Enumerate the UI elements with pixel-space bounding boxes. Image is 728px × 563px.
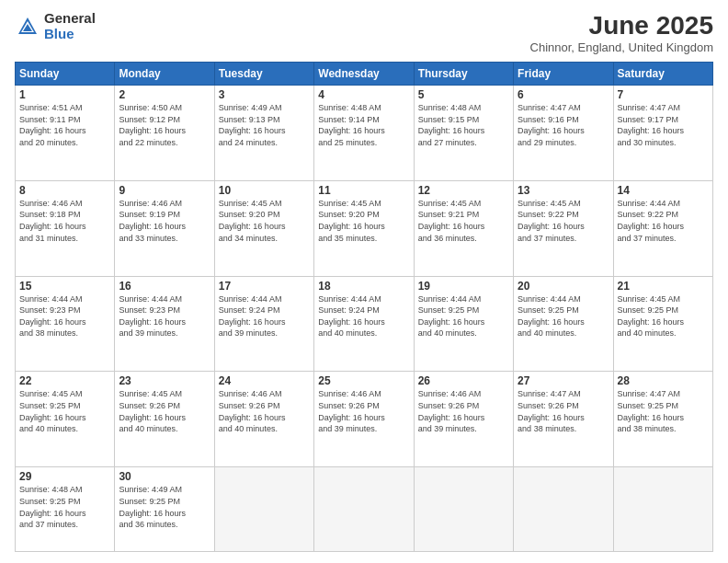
table-row: 5Sunrise: 4:48 AM Sunset: 9:15 PM Daylig… bbox=[414, 86, 513, 181]
day-number: 15 bbox=[19, 280, 110, 293]
table-row: 13Sunrise: 4:45 AM Sunset: 9:22 PM Dayli… bbox=[514, 180, 613, 276]
day-info: Sunrise: 4:47 AM Sunset: 9:16 PM Dayligh… bbox=[518, 102, 609, 148]
calendar-table: Sunday Monday Tuesday Wednesday Thursday… bbox=[15, 62, 713, 552]
day-info: Sunrise: 4:45 AM Sunset: 9:25 PM Dayligh… bbox=[618, 293, 709, 339]
logo: General Blue bbox=[15, 11, 96, 41]
location: Chinnor, England, United Kingdom bbox=[530, 40, 713, 54]
col-wednesday: Wednesday bbox=[314, 63, 414, 86]
day-info: Sunrise: 4:51 AM Sunset: 9:11 PM Dayligh… bbox=[19, 102, 110, 148]
day-number: 22 bbox=[19, 374, 110, 387]
day-number: 18 bbox=[318, 280, 409, 293]
table-row: 29Sunrise: 4:48 AM Sunset: 9:25 PM Dayli… bbox=[16, 467, 115, 552]
day-info: Sunrise: 4:46 AM Sunset: 9:26 PM Dayligh… bbox=[219, 388, 310, 434]
title-block: June 2025 Chinnor, England, United Kingd… bbox=[530, 11, 713, 54]
day-number: 13 bbox=[518, 184, 609, 197]
table-row: 12Sunrise: 4:45 AM Sunset: 9:21 PM Dayli… bbox=[414, 180, 513, 276]
logo-text: General Blue bbox=[44, 11, 96, 41]
table-row: 20Sunrise: 4:44 AM Sunset: 9:25 PM Dayli… bbox=[514, 276, 613, 372]
day-info: Sunrise: 4:46 AM Sunset: 9:19 PM Dayligh… bbox=[119, 198, 210, 244]
day-number: 12 bbox=[418, 184, 509, 197]
table-row bbox=[514, 467, 613, 552]
table-row: 30Sunrise: 4:49 AM Sunset: 9:25 PM Dayli… bbox=[115, 467, 214, 552]
day-number: 2 bbox=[119, 88, 210, 101]
table-row: 15Sunrise: 4:44 AM Sunset: 9:23 PM Dayli… bbox=[16, 276, 115, 372]
day-number: 16 bbox=[119, 280, 210, 293]
day-number: 21 bbox=[618, 280, 709, 293]
col-saturday: Saturday bbox=[613, 63, 712, 86]
table-row: 2Sunrise: 4:50 AM Sunset: 9:12 PM Daylig… bbox=[115, 86, 214, 181]
table-row: 19Sunrise: 4:44 AM Sunset: 9:25 PM Dayli… bbox=[414, 276, 513, 372]
day-info: Sunrise: 4:44 AM Sunset: 9:25 PM Dayligh… bbox=[518, 293, 609, 339]
calendar-week-row: 8Sunrise: 4:46 AM Sunset: 9:18 PM Daylig… bbox=[16, 180, 713, 276]
day-info: Sunrise: 4:44 AM Sunset: 9:24 PM Dayligh… bbox=[219, 293, 310, 339]
header: General Blue June 2025 Chinnor, England,… bbox=[15, 11, 713, 54]
table-row: 21Sunrise: 4:45 AM Sunset: 9:25 PM Dayli… bbox=[613, 276, 712, 372]
day-number: 8 bbox=[19, 184, 110, 197]
day-info: Sunrise: 4:44 AM Sunset: 9:25 PM Dayligh… bbox=[418, 293, 509, 339]
page: General Blue June 2025 Chinnor, England,… bbox=[0, 0, 728, 563]
table-row: 14Sunrise: 4:44 AM Sunset: 9:22 PM Dayli… bbox=[613, 180, 712, 276]
day-info: Sunrise: 4:49 AM Sunset: 9:25 PM Dayligh… bbox=[119, 484, 210, 530]
table-row: 26Sunrise: 4:46 AM Sunset: 9:26 PM Dayli… bbox=[414, 372, 513, 467]
day-number: 23 bbox=[119, 374, 210, 387]
day-number: 10 bbox=[219, 184, 310, 197]
day-number: 7 bbox=[618, 88, 709, 101]
table-row: 16Sunrise: 4:44 AM Sunset: 9:23 PM Dayli… bbox=[115, 276, 214, 372]
table-row: 11Sunrise: 4:45 AM Sunset: 9:20 PM Dayli… bbox=[314, 180, 414, 276]
table-row: 10Sunrise: 4:45 AM Sunset: 9:20 PM Dayli… bbox=[214, 180, 313, 276]
day-info: Sunrise: 4:45 AM Sunset: 9:20 PM Dayligh… bbox=[318, 198, 409, 244]
day-info: Sunrise: 4:48 AM Sunset: 9:25 PM Dayligh… bbox=[19, 484, 110, 530]
day-info: Sunrise: 4:44 AM Sunset: 9:23 PM Dayligh… bbox=[19, 293, 110, 339]
table-row: 24Sunrise: 4:46 AM Sunset: 9:26 PM Dayli… bbox=[214, 372, 313, 467]
day-number: 28 bbox=[618, 374, 709, 387]
table-row: 18Sunrise: 4:44 AM Sunset: 9:24 PM Dayli… bbox=[314, 276, 414, 372]
table-row: 8Sunrise: 4:46 AM Sunset: 9:18 PM Daylig… bbox=[16, 180, 115, 276]
calendar-header-row: Sunday Monday Tuesday Wednesday Thursday… bbox=[16, 63, 713, 86]
day-number: 9 bbox=[119, 184, 210, 197]
table-row: 9Sunrise: 4:46 AM Sunset: 9:19 PM Daylig… bbox=[115, 180, 214, 276]
day-number: 26 bbox=[418, 374, 509, 387]
day-number: 25 bbox=[318, 374, 409, 387]
day-info: Sunrise: 4:45 AM Sunset: 9:21 PM Dayligh… bbox=[418, 198, 509, 244]
day-number: 1 bbox=[19, 88, 110, 101]
calendar-week-row: 22Sunrise: 4:45 AM Sunset: 9:25 PM Dayli… bbox=[16, 372, 713, 467]
table-row: 4Sunrise: 4:48 AM Sunset: 9:14 PM Daylig… bbox=[314, 86, 414, 181]
day-number: 3 bbox=[219, 88, 310, 101]
logo-general-text: General bbox=[44, 11, 96, 27]
day-info: Sunrise: 4:44 AM Sunset: 9:22 PM Dayligh… bbox=[618, 198, 709, 244]
table-row: 23Sunrise: 4:45 AM Sunset: 9:26 PM Dayli… bbox=[115, 372, 214, 467]
day-number: 24 bbox=[219, 374, 310, 387]
day-number: 30 bbox=[119, 470, 210, 483]
table-row: 25Sunrise: 4:46 AM Sunset: 9:26 PM Dayli… bbox=[314, 372, 414, 467]
table-row: 6Sunrise: 4:47 AM Sunset: 9:16 PM Daylig… bbox=[514, 86, 613, 181]
day-number: 17 bbox=[219, 280, 310, 293]
day-number: 5 bbox=[418, 88, 509, 101]
day-number: 29 bbox=[19, 470, 110, 483]
day-info: Sunrise: 4:49 AM Sunset: 9:13 PM Dayligh… bbox=[219, 102, 310, 148]
table-row: 7Sunrise: 4:47 AM Sunset: 9:17 PM Daylig… bbox=[613, 86, 712, 181]
day-info: Sunrise: 4:45 AM Sunset: 9:26 PM Dayligh… bbox=[119, 388, 210, 434]
day-info: Sunrise: 4:46 AM Sunset: 9:18 PM Dayligh… bbox=[19, 198, 110, 244]
day-info: Sunrise: 4:44 AM Sunset: 9:23 PM Dayligh… bbox=[119, 293, 210, 339]
day-info: Sunrise: 4:46 AM Sunset: 9:26 PM Dayligh… bbox=[418, 388, 509, 434]
day-number: 4 bbox=[318, 88, 409, 101]
day-info: Sunrise: 4:45 AM Sunset: 9:22 PM Dayligh… bbox=[518, 198, 609, 244]
day-info: Sunrise: 4:45 AM Sunset: 9:20 PM Dayligh… bbox=[219, 198, 310, 244]
logo-icon bbox=[15, 14, 40, 40]
col-friday: Friday bbox=[514, 63, 613, 86]
col-monday: Monday bbox=[115, 63, 214, 86]
table-row: 28Sunrise: 4:47 AM Sunset: 9:25 PM Dayli… bbox=[613, 372, 712, 467]
day-info: Sunrise: 4:47 AM Sunset: 9:25 PM Dayligh… bbox=[618, 388, 709, 434]
month-title: June 2025 bbox=[530, 11, 713, 40]
table-row: 27Sunrise: 4:47 AM Sunset: 9:26 PM Dayli… bbox=[514, 372, 613, 467]
day-info: Sunrise: 4:46 AM Sunset: 9:26 PM Dayligh… bbox=[318, 388, 409, 434]
day-number: 19 bbox=[418, 280, 509, 293]
table-row bbox=[613, 467, 712, 552]
day-number: 14 bbox=[618, 184, 709, 197]
table-row bbox=[314, 467, 414, 552]
table-row: 22Sunrise: 4:45 AM Sunset: 9:25 PM Dayli… bbox=[16, 372, 115, 467]
day-number: 11 bbox=[318, 184, 409, 197]
day-info: Sunrise: 4:45 AM Sunset: 9:25 PM Dayligh… bbox=[19, 388, 110, 434]
col-sunday: Sunday bbox=[16, 63, 115, 86]
table-row: 17Sunrise: 4:44 AM Sunset: 9:24 PM Dayli… bbox=[214, 276, 313, 372]
